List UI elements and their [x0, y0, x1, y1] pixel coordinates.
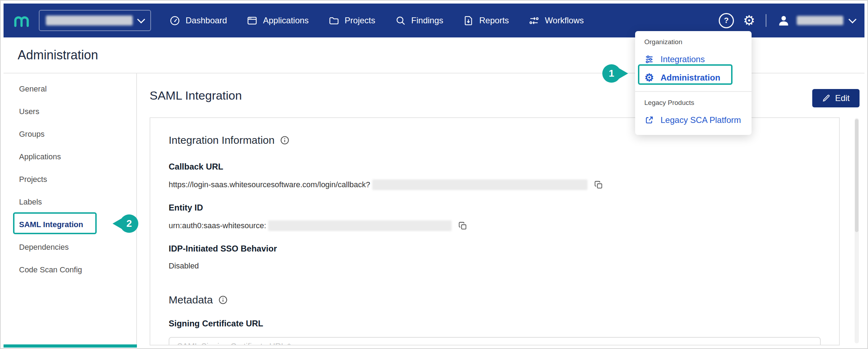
- sidebar-item-label: SAML Integration: [19, 220, 83, 229]
- integration-information-heading: Integration Information: [169, 134, 275, 146]
- menu-section-legacy-products: Legacy Products: [635, 92, 752, 111]
- nav-item-applications[interactable]: Applications: [247, 15, 308, 26]
- workflows-icon: [529, 15, 540, 26]
- gear-icon: ⚙: [644, 72, 654, 83]
- integration-information-heading-row: Integration Information: [169, 134, 821, 146]
- nav-item-label: Reports: [479, 16, 509, 25]
- report-document-icon: [463, 15, 474, 26]
- help-glyph: ?: [724, 16, 729, 25]
- entity-id-label: Entity ID: [169, 203, 821, 213]
- gear-glyph: ⚙: [743, 13, 755, 28]
- menu-item-administration[interactable]: ⚙ Administration: [635, 69, 752, 87]
- idp-sso-behavior-row: Disabled: [169, 261, 821, 271]
- signing-certificate-url-label: Signing Certificate URL: [169, 319, 821, 329]
- applications-icon: [247, 15, 258, 26]
- sidebar-item-applications[interactable]: Applications: [4, 146, 136, 168]
- app-window: Dashboard Applications Projects: [4, 4, 864, 345]
- nav-utilities: ? ⚙: [719, 13, 855, 28]
- settings-dropdown-menu: Organization Integrations ⚙ Administrati…: [635, 31, 752, 135]
- nav-item-workflows[interactable]: Workflows: [529, 15, 584, 26]
- redacted-user-name: [797, 16, 843, 25]
- metadata-heading-row: Metadata: [169, 294, 821, 306]
- pencil-icon: [822, 94, 831, 102]
- folder-icon: [328, 15, 339, 26]
- saml-settings-card: Integration Information Callback URL htt…: [150, 117, 840, 345]
- search-icon: [395, 15, 406, 26]
- redacted-callback-url-suffix: [372, 179, 587, 190]
- chevron-down-icon: [137, 15, 145, 23]
- menu-section-organization: Organization: [635, 31, 752, 50]
- copy-entity-id-button[interactable]: [458, 221, 468, 231]
- edit-button[interactable]: Edit: [812, 89, 860, 107]
- sidebar-item-label: Dependencies: [19, 243, 69, 252]
- sidebar-item-general[interactable]: General: [4, 78, 136, 100]
- mend-logo[interactable]: [13, 12, 30, 29]
- screenshot-frame: Dashboard Applications Projects: [0, 0, 868, 349]
- menu-item-legacy-sca-platform[interactable]: Legacy SCA Platform: [635, 111, 752, 129]
- nav-item-label: Applications: [263, 16, 308, 25]
- idp-sso-behavior-value: Disabled: [169, 261, 199, 271]
- entity-id-row: urn:auth0:saas-whitesource:: [169, 220, 821, 231]
- chevron-down-icon: [849, 15, 857, 23]
- copy-callback-url-button[interactable]: [594, 180, 603, 190]
- nav-divider: [766, 14, 766, 27]
- sidebar-item-labels[interactable]: Labels: [4, 191, 136, 213]
- callback-url-row: https://login-saas.whitesourcesoftware.c…: [169, 179, 821, 190]
- nav-item-findings[interactable]: Findings: [395, 15, 444, 26]
- help-icon[interactable]: ?: [719, 13, 734, 28]
- user-menu[interactable]: [777, 14, 855, 27]
- entity-id-value: urn:auth0:saas-whitesource:: [169, 221, 266, 230]
- vertical-scrollbar: [855, 118, 859, 343]
- nav-item-label: Findings: [411, 16, 444, 25]
- info-icon[interactable]: [218, 295, 228, 305]
- signing-certificate-url-input[interactable]: [169, 337, 821, 345]
- copy-icon: [594, 180, 603, 190]
- nav-item-reports[interactable]: Reports: [463, 15, 509, 26]
- nav-item-label: Workflows: [545, 16, 584, 25]
- info-icon[interactable]: [280, 135, 290, 145]
- edit-button-label: Edit: [835, 93, 850, 103]
- nav-item-label: Projects: [345, 16, 375, 25]
- callback-url-label: Callback URL: [169, 162, 821, 172]
- sidebar-item-groups[interactable]: Groups: [4, 123, 136, 146]
- metadata-heading: Metadata: [169, 294, 213, 306]
- sidebar-item-users[interactable]: Users: [4, 100, 136, 123]
- nav-item-label: Dashboard: [186, 16, 227, 25]
- sidebar-item-label: Users: [19, 107, 39, 116]
- idp-sso-behavior-label: IDP-Initiated SSO Behavior: [169, 244, 821, 254]
- menu-item-label: Integrations: [661, 54, 705, 64]
- nav-item-projects[interactable]: Projects: [328, 15, 375, 26]
- page-title: Administration: [18, 48, 98, 63]
- avatar-icon: [777, 14, 790, 27]
- sidebar-item-dependencies[interactable]: Dependencies: [4, 236, 136, 259]
- redacted-entity-id-suffix: [268, 220, 452, 231]
- org-selector-dropdown[interactable]: [39, 10, 151, 31]
- scrollbar-thumb[interactable]: [855, 119, 858, 232]
- sidebar-item-label: Code Scan Config: [19, 265, 82, 274]
- admin-sidebar: General Users Groups Applications Projec…: [4, 73, 137, 345]
- annotation-step-badge-2: 2: [120, 214, 138, 233]
- redacted-org-name: [46, 16, 133, 25]
- settings-gear-icon[interactable]: ⚙: [743, 14, 755, 27]
- dashboard-icon: [169, 15, 180, 26]
- annotation-step-badge-1: 1: [602, 64, 621, 83]
- menu-item-label: Legacy SCA Platform: [661, 115, 741, 125]
- sliders-icon: [644, 54, 654, 64]
- annotation-step-number: 1: [609, 68, 614, 79]
- sidebar-item-projects[interactable]: Projects: [4, 168, 136, 191]
- sidebar-item-label: General: [19, 84, 47, 94]
- sidebar-item-label: Applications: [19, 152, 61, 161]
- callback-url-value: https://login-saas.whitesourcesoftware.c…: [169, 180, 370, 189]
- sidebar-bottom-accent-bar: [4, 344, 137, 348]
- menu-item-label: Administration: [661, 73, 720, 83]
- mend-logo-icon: [13, 12, 30, 29]
- sidebar-item-label: Labels: [19, 197, 42, 207]
- sidebar-item-code-scan-config[interactable]: Code Scan Config: [4, 259, 136, 281]
- menu-item-integrations[interactable]: Integrations: [635, 50, 752, 69]
- copy-icon: [458, 221, 468, 231]
- nav-item-dashboard[interactable]: Dashboard: [169, 15, 227, 26]
- main-content: SAML Integration Edit Integration Inform…: [137, 73, 864, 345]
- primary-nav: Dashboard Applications Projects: [169, 15, 584, 26]
- sidebar-item-label: Groups: [19, 130, 44, 139]
- annotation-step-number: 2: [126, 218, 132, 229]
